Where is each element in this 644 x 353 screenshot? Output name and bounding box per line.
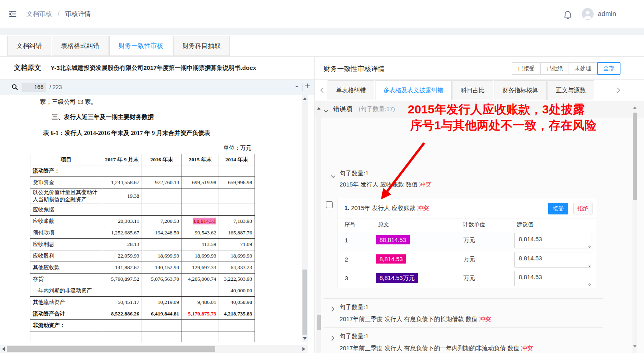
user-avatar[interactable] bbox=[582, 8, 594, 20]
doc-table-value: 18,699.93 bbox=[142, 250, 182, 262]
chevron-down-icon[interactable] bbox=[324, 107, 328, 111]
item-sentence-count: 句子数量:1 bbox=[340, 303, 369, 311]
scroll-left-arrow-icon[interactable] bbox=[2, 347, 5, 351]
error-item-3[interactable]: 句子数量:12017年前三季度 发行人 有息负债下的一年内到期的非流动负债 数值… bbox=[324, 327, 603, 353]
chevron-right-icon[interactable] bbox=[331, 306, 335, 312]
conflict-row-number: 3 bbox=[345, 275, 348, 282]
conflict-row-number: 2 bbox=[345, 256, 348, 263]
scrollbar-thumb[interactable] bbox=[317, 315, 321, 330]
doc-table-value: 28.13 bbox=[102, 239, 142, 250]
doc-table-row: 预付款项1,252,685.67194,248.5099,543.62165,8… bbox=[30, 227, 255, 239]
doc-table-value bbox=[219, 188, 255, 204]
doc-table-row: 流动资产： bbox=[30, 165, 255, 177]
doc-table-item-label: 货币资金 bbox=[30, 177, 102, 188]
balance-sheet-table: 项目2017 年 9 月末2016 年末2015 年末2014 年末流动资产：货… bbox=[30, 154, 255, 342]
error-item-2[interactable]: 句子数量:12017年前三季度 发行人 有息负债下的长期借款 数值 冲突 bbox=[324, 298, 603, 327]
module-tab-3[interactable]: 财务一致性审核 bbox=[109, 36, 172, 56]
doc-table-value: 141,882.67 bbox=[102, 262, 142, 274]
status-filter-1[interactable]: 已接受 bbox=[512, 62, 541, 75]
review-right-scrollbar[interactable] bbox=[632, 101, 637, 353]
error-group-count: (句子数量:17) bbox=[359, 105, 395, 113]
review-left-scrollbar[interactable] bbox=[316, 101, 321, 353]
document-canvas[interactable]: 家，三级公司 13 家。 三、发行人近三年及一期主要财务数据 表 6-1：发行人… bbox=[0, 95, 302, 342]
doc-table-value: 5,076,563.70 bbox=[142, 274, 182, 285]
scroll-down-arrow-icon[interactable] bbox=[303, 337, 307, 340]
unit-label: 万元 bbox=[463, 236, 475, 244]
scrollbar-thumb[interactable] bbox=[302, 270, 307, 335]
module-tab-2[interactable]: 表格格式纠错 bbox=[52, 36, 109, 56]
suggested-value-input[interactable] bbox=[514, 252, 591, 268]
first-item-sentence-count: 句子数量:1 bbox=[340, 170, 369, 177]
scroll-right-arrow-icon[interactable] bbox=[302, 347, 305, 351]
chevron-right-icon[interactable] bbox=[331, 335, 335, 341]
doc-table-item-label: 应收票据 bbox=[30, 204, 102, 216]
search-icon[interactable] bbox=[11, 83, 18, 91]
review-tabs-row: 单表格纠错多表格及表文披露纠错科目占比财务指标核算正文与源数 bbox=[315, 80, 644, 101]
review-tabs: 单表格纠错多表格及表文披露纠错科目占比财务指标核算正文与源数 bbox=[328, 80, 614, 100]
page-number-input[interactable]: 166 bbox=[22, 83, 46, 92]
status-filter-2[interactable]: 已拒绝 bbox=[541, 62, 569, 75]
doc-table-value bbox=[102, 204, 142, 216]
document-vertical-scrollbar[interactable] bbox=[302, 95, 308, 342]
zoom-out-button[interactable]: - bbox=[295, 80, 298, 91]
suggested-value-input[interactable] bbox=[514, 271, 591, 286]
menu-fold-icon[interactable] bbox=[8, 9, 18, 19]
item-description-text: 2017年前三季度 发行人 有息负债下的长期借款 数值 bbox=[340, 315, 479, 322]
item-sentence-count: 句子数量:1 bbox=[340, 333, 369, 340]
doc-table-value bbox=[182, 204, 219, 216]
doc-table-row: 应收利息28.13113.5971.09 bbox=[30, 239, 255, 250]
document-pane: 文档原文 Y-3北京城建投资发展股份有限公司2017年度第一期中期票据募集说明书… bbox=[0, 57, 314, 353]
original-value-chip[interactable]: 88,814.53 bbox=[376, 235, 410, 244]
doc-table-row: 应收股利22,059.9318,699.9318,699.9318,699.93 bbox=[30, 250, 255, 262]
tabs-scroll-right-icon[interactable] bbox=[616, 87, 621, 93]
module-tab-4[interactable]: 财务科目抽取 bbox=[173, 36, 230, 56]
chevron-down-icon[interactable] bbox=[331, 173, 336, 176]
document-horizontal-scrollbar[interactable] bbox=[0, 345, 308, 353]
status-filter-3[interactable]: 未处理 bbox=[569, 62, 597, 75]
doc-table-column-header: 项目 bbox=[30, 154, 102, 165]
scroll-down-arrow-icon[interactable] bbox=[633, 345, 637, 348]
module-tab-1[interactable]: 文档纠错 bbox=[7, 36, 51, 56]
doc-table-value: 113.59 bbox=[182, 239, 219, 250]
item-description: 2017年前三季度 发行人 有息负债下的一年内到期的非流动负债 数值 冲突 bbox=[340, 345, 533, 352]
doc-table-row bbox=[30, 331, 255, 342]
status-filter-4[interactable]: 全部 bbox=[597, 62, 620, 75]
doc-table-item-label: 应收股利 bbox=[30, 250, 102, 262]
doc-table-value bbox=[182, 285, 219, 297]
review-tab-2[interactable]: 多表格及表文披露纠错 bbox=[375, 80, 452, 100]
review-tab-4[interactable]: 财务指标核算 bbox=[494, 80, 547, 100]
username[interactable]: admin bbox=[598, 0, 616, 28]
reject-button[interactable]: 拒绝 bbox=[573, 203, 593, 214]
conflict-badge: 冲突 bbox=[417, 204, 429, 211]
scroll-up-arrow-icon[interactable] bbox=[317, 107, 321, 110]
suggested-value-input[interactable] bbox=[514, 233, 591, 248]
conflict-card-checkbox[interactable] bbox=[326, 201, 333, 208]
doc-table-value: 22,059.93 bbox=[102, 250, 142, 262]
unit-label: 万元 bbox=[463, 256, 475, 263]
review-tab-3[interactable]: 科目占比 bbox=[452, 80, 493, 100]
doc-table-value: 972,760.14 bbox=[142, 177, 182, 188]
header-gap bbox=[0, 28, 644, 35]
conflict-row-1: 188,814.53万元 bbox=[338, 231, 596, 250]
notification-bell-icon[interactable] bbox=[563, 9, 573, 20]
review-tab-1[interactable]: 单表格纠错 bbox=[328, 80, 374, 100]
scrollbar-thumb[interactable] bbox=[633, 113, 637, 200]
zoom-in-button[interactable]: + bbox=[305, 80, 310, 91]
doc-table-row: 应收账款20,303.117,200.5388,814.537,183.93 bbox=[30, 216, 255, 227]
scroll-up-arrow-icon[interactable] bbox=[303, 97, 307, 100]
doc-table-item-label: 应收账款 bbox=[30, 216, 102, 227]
scroll-up-arrow-icon[interactable] bbox=[633, 107, 637, 109]
doc-table-item-label bbox=[30, 331, 102, 342]
tabs-scroll-left-icon[interactable] bbox=[320, 87, 324, 93]
breadcrumb-root[interactable]: 文档审核 bbox=[26, 10, 52, 17]
review-tab-5[interactable]: 正文与源数 bbox=[547, 80, 594, 100]
original-value-chip[interactable]: 8,814.53万元 bbox=[376, 273, 418, 283]
original-value-chip[interactable]: 8,814.53 bbox=[376, 254, 406, 264]
doc-table-value bbox=[142, 285, 182, 297]
review-content: 错误项 (句子数量:17) 句子数量:1 2015年 发行人 应收账款 数值 冲… bbox=[315, 101, 644, 353]
conflict-card: 1. 2015年 发行人 应收账款 冲突 接受 拒绝 序号 原文 计数单位 建议… bbox=[338, 199, 596, 288]
scrollbar-thumb[interactable] bbox=[7, 346, 215, 352]
conflict-title-text: 2015年 发行人 应收账款 bbox=[350, 204, 417, 211]
doc-table-value: 99,543.62 bbox=[182, 227, 219, 239]
accept-button[interactable]: 接受 bbox=[548, 203, 568, 214]
